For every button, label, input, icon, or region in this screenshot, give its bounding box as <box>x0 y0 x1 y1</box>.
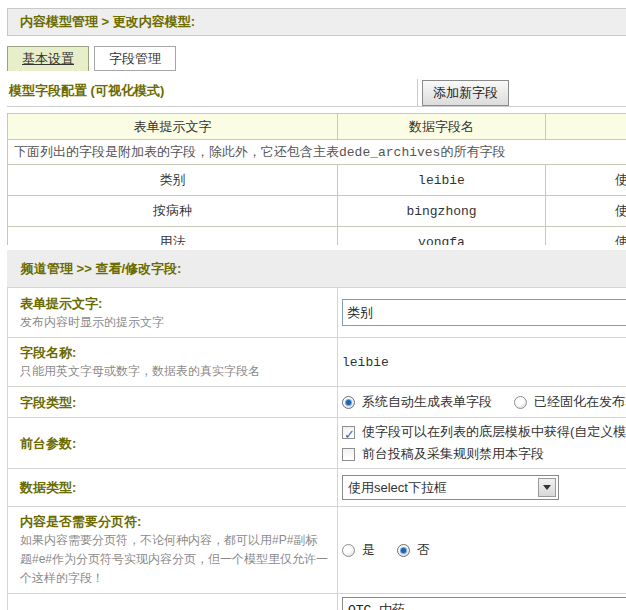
note-text: 下面列出的字段是附加表的字段，除此外，它还包含主表 <box>14 144 339 159</box>
channel-manage-header: 频道管理 >> 查看/修改字段: <box>7 250 626 287</box>
fields-table-note-row: 下面列出的字段是附加表的字段，除此外，它还包含主表dede_archives的所… <box>8 140 626 165</box>
header-action-cell: 添加新字段 <box>418 80 509 106</box>
datatype-select-cell: 使用select下拉框 <box>338 469 626 507</box>
list-template-checkbox[interactable] <box>342 426 355 439</box>
prompt-label-cell: 表单提示文字: 发布内容时显示的提示文字 <box>8 288 338 338</box>
pagebreak-desc: 如果内容需要分页符，不论何种内容，都可以用#P#副标题#e#作为分页符号实现内容… <box>20 531 329 588</box>
fieldname-label-cell: 字段名称: 只能用英文字母或数字，数据表的真实字段名 <box>8 338 338 387</box>
fieldtype-label: 字段类型: <box>20 393 329 412</box>
default-input-cell: OTC,中药 <box>338 594 626 610</box>
col-header-prompt: 表单提示文字 <box>8 114 338 140</box>
table-row: 用法 yongfa 使 <box>8 227 626 246</box>
tab-field-management[interactable]: 字段管理 <box>94 46 176 71</box>
cell-fieldname: bingzhong <box>338 196 546 227</box>
form-row-fieldname: 字段名称: 只能用英文字母或数字，数据表的真实字段名 leibie <box>8 338 626 387</box>
pagebreak-yes-label: 是 <box>362 539 375 561</box>
pagebreak-options-cell: 是 否 <box>338 507 626 594</box>
prompt-input-cell <box>338 288 626 338</box>
fieldtype-auto-label: 系统自动生成表单字段 <box>362 391 492 413</box>
section-title: 模型字段配置 (可视化模式) <box>7 79 418 107</box>
fieldname-desc: 只能用英文字母或数字，数据表的真实字段名 <box>20 362 329 381</box>
fieldtype-fixed-radio[interactable] <box>514 396 527 409</box>
cell-prompt: 用法 <box>8 227 338 246</box>
pagebreak-yes-radio[interactable] <box>342 544 355 557</box>
cell-prompt: 按病种 <box>8 196 338 227</box>
default-label-cell: 默认值: 如果定义数据类型为select、radio、checkbox时，此处填… <box>8 594 338 610</box>
model-field-config-header: 模型字段配置 (可视化模式) 添加新字段 <box>7 79 626 107</box>
fields-table: 表单提示文字 数据字段名 下面列出的字段是附加表的字段，除此外，它还包含主表de… <box>7 113 626 245</box>
chevron-down-icon[interactable] <box>538 478 556 497</box>
default-value-textarea[interactable]: OTC,中药 <box>342 597 626 610</box>
fieldtype-auto-radio[interactable] <box>342 396 355 409</box>
form-row-pagebreak: 内容是否需要分页符: 如果内容需要分页符，不论何种内容，都可以用#P#副标题#e… <box>8 507 626 594</box>
col-header-extra <box>546 114 626 140</box>
datatype-label-cell: 数据类型: <box>8 469 338 507</box>
frontparams-label-cell: 前台参数: <box>8 418 338 469</box>
form-row-prompt: 表单提示文字: 发布内容时显示的提示文字 <box>8 288 626 338</box>
prompt-label: 表单提示文字: <box>20 294 329 313</box>
fields-table-container: 表单提示文字 数据字段名 下面列出的字段是附加表的字段，除此外，它还包含主表de… <box>7 113 626 245</box>
tab-bar: 基本设置 字段管理 <box>7 46 626 71</box>
tab-basic-settings[interactable]: 基本设置 <box>7 46 89 71</box>
add-new-field-button[interactable]: 添加新字段 <box>422 80 509 106</box>
datatype-select-value: 使用select下拉框 <box>343 479 538 497</box>
datatype-select[interactable]: 使用select下拉框 <box>342 475 559 500</box>
table-row: 类别 leibie 使 <box>8 165 626 196</box>
fieldtype-options-cell: 系统自动生成表单字段 已经固化在发布表单里的字段 <box>338 387 626 418</box>
frontparams-options-cell: 使字段可以在列表的底层模板中获得(自定义模型有效) 前台投稿及采集规则禁用本字段 <box>338 418 626 469</box>
cell-extra[interactable]: 使 <box>546 165 626 196</box>
page: 内容模型管理 > 更改内容模型: 基本设置 字段管理 模型字段配置 (可视化模式… <box>0 0 626 610</box>
note-suffix: 的所有字段 <box>440 144 505 159</box>
note-code: dede_archives <box>339 145 440 160</box>
form-row-fieldtype: 字段类型: 系统自动生成表单字段 已经固化在发布表单里的字段 <box>8 387 626 418</box>
fieldname-value: leibie <box>338 338 626 387</box>
note-cell: 下面列出的字段是附加表的字段，除此外，它还包含主表dede_archives的所… <box>8 140 626 165</box>
frontparams-label: 前台参数: <box>20 434 329 453</box>
fieldname-label: 字段名称: <box>20 343 329 362</box>
form-row-default: 默认值: 如果定义数据类型为select、radio、checkbox时，此处填… <box>8 594 626 610</box>
prompt-desc: 发布内容时显示的提示文字 <box>20 313 329 332</box>
table-row: 按病种 bingzhong 使 <box>8 196 626 227</box>
form-row-frontparams: 前台参数: 使字段可以在列表的底层模板中获得(自定义模型有效) 前台投稿及采集规… <box>8 418 626 469</box>
pagebreak-no-label: 否 <box>417 539 430 561</box>
pagebreak-label-cell: 内容是否需要分页符: 如果内容需要分页符，不论何种内容，都可以用#P#副标题#e… <box>8 507 338 594</box>
form-row-datatype: 数据类型: 使用select下拉框 <box>8 469 626 507</box>
breadcrumb: 内容模型管理 > 更改内容模型: <box>7 8 626 36</box>
fieldtype-label-cell: 字段类型: <box>8 387 338 418</box>
field-edit-form: 表单提示文字: 发布内容时显示的提示文字 字段名称: 只能用英文字母或数字，数据… <box>7 287 626 610</box>
fields-table-header-row: 表单提示文字 数据字段名 <box>8 114 626 140</box>
fieldtype-fixed-label: 已经固化在发布表单里的字段 <box>534 391 626 413</box>
pagebreak-label: 内容是否需要分页符: <box>20 512 329 531</box>
datatype-label: 数据类型: <box>20 478 329 497</box>
cell-extra[interactable]: 使 <box>546 196 626 227</box>
disable-field-checkbox[interactable] <box>342 448 355 461</box>
cell-extra[interactable]: 使 <box>546 227 626 246</box>
prompt-input[interactable] <box>342 299 626 326</box>
cell-fieldname: yongfa <box>338 227 546 246</box>
pagebreak-no-radio[interactable] <box>397 544 410 557</box>
cell-fieldname: leibie <box>338 165 546 196</box>
col-header-fieldname: 数据字段名 <box>338 114 546 140</box>
list-template-label: 使字段可以在列表的底层模板中获得(自定义模型有效) <box>362 421 626 443</box>
cell-prompt: 类别 <box>8 165 338 196</box>
disable-field-label: 前台投稿及采集规则禁用本字段 <box>362 443 544 465</box>
